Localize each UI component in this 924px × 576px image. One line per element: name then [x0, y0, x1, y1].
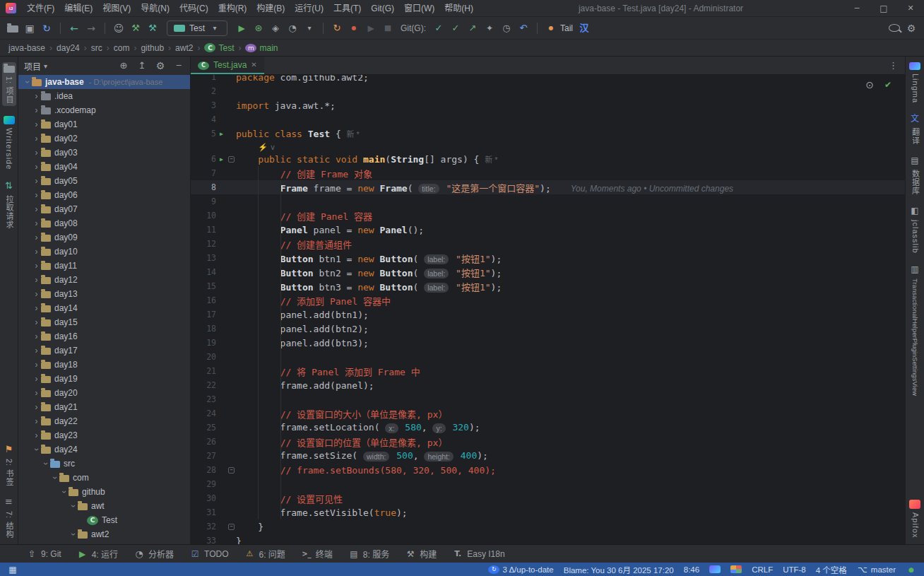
tree-item[interactable]: ›day19 [18, 372, 190, 386]
tree-item[interactable]: ›day05 [18, 174, 190, 188]
status-widget[interactable]: Blame: You 30 6月 2025 17:20 [564, 564, 674, 575]
tree-item[interactable]: ›day12 [18, 273, 190, 287]
menu-item[interactable]: 文件(F) [22, 0, 59, 17]
chevron-icon[interactable]: › [32, 303, 41, 313]
chevron-icon[interactable]: › [32, 247, 41, 257]
stop-icon[interactable]: ■ [382, 23, 393, 34]
menu-item[interactable]: 编辑(E) [59, 0, 97, 17]
update-project-icon[interactable]: ✓ [433, 23, 444, 34]
chevron-icon[interactable]: › [32, 233, 41, 242]
breadcrumb-item[interactable]: github [141, 43, 164, 53]
attach-icon[interactable]: ● [348, 23, 360, 34]
breadcrumb-item[interactable]: com [114, 43, 130, 53]
commit-icon[interactable]: ✓ [450, 23, 461, 34]
menu-item[interactable]: Git(G) [366, 0, 399, 17]
status-widget[interactable]: CRLF [752, 565, 773, 574]
chevron-icon[interactable]: › [32, 204, 41, 214]
status-widget[interactable] [709, 565, 721, 573]
back-icon[interactable]: ← [69, 23, 80, 34]
chevron-icon[interactable]: › [69, 502, 78, 511]
user-icon[interactable]: ☺ [113, 23, 124, 34]
tree-item[interactable]: ›day10 [18, 245, 190, 259]
menu-item[interactable]: 代码(C) [174, 0, 213, 17]
status-widget[interactable]: ● [906, 564, 917, 575]
hot-reload-icon[interactable]: ↻ [331, 23, 343, 34]
tree-item[interactable]: ›day01 [18, 117, 190, 131]
chevron-icon[interactable]: › [50, 474, 60, 483]
tree-item[interactable]: ›day23 [18, 428, 190, 442]
hide-icon[interactable]: ─ [173, 60, 184, 71]
menu-item[interactable]: 工具(T) [328, 0, 366, 17]
bottom-tool-button[interactable]: ⚒构建 [398, 545, 443, 563]
breadcrumb-item[interactable]: day24 [57, 43, 80, 53]
tree-item[interactable]: ›day17 [18, 343, 190, 358]
stripe-button-apifox-icon[interactable]: Apifox [909, 500, 920, 539]
chevron-icon[interactable]: › [32, 374, 41, 384]
tree-item[interactable]: ›java-base- D:\project\java-base [18, 75, 190, 89]
breadcrumb-item[interactable]: java-base [8, 43, 45, 53]
status-widget[interactable]: ↻3 Δ/up-to-date [488, 565, 553, 574]
chevron-icon[interactable]: › [32, 360, 41, 370]
tab-test-java[interactable]: C Test.java ✕ [191, 57, 264, 74]
locate-icon[interactable]: ⊕ [118, 60, 129, 71]
tree-item[interactable]: ›day24 [18, 442, 190, 457]
chevron-icon[interactable]: › [32, 148, 41, 158]
chevron-icon[interactable]: › [32, 331, 41, 341]
chevron-icon[interactable]: › [32, 190, 41, 200]
tree-item[interactable]: ›.xcodemap [18, 103, 190, 117]
chevron-icon[interactable]: › [32, 317, 41, 327]
bottom-tool-button[interactable]: T.Easy I18n [446, 545, 511, 563]
run-line-icon[interactable]: ▶ [216, 156, 227, 163]
stripe-button-pull-requests-icon[interactable]: ⇅拉取请求 [4, 180, 15, 229]
chevron-icon[interactable]: › [32, 261, 41, 271]
tree-item[interactable]: ›src [18, 457, 190, 471]
menu-item[interactable]: 运行(U) [290, 0, 328, 17]
tree-item[interactable]: ›day09 [18, 230, 190, 245]
chevron-icon[interactable]: › [69, 530, 78, 539]
status-widget[interactable] [730, 565, 742, 573]
bottom-tool-button[interactable]: ☑TODO [183, 545, 235, 563]
chevron-icon[interactable]: › [32, 91, 41, 101]
run-icon[interactable]: ▶ [236, 23, 247, 34]
chevron-icon[interactable]: › [32, 388, 41, 398]
status-widget[interactable]: 8:46 [684, 565, 699, 574]
bottom-tool-button[interactable]: ▶4: 运行 [71, 545, 124, 563]
chevron-down-icon[interactable]: ▾ [44, 62, 47, 70]
tree-item[interactable]: CTest [18, 513, 190, 527]
window-button-close-icon[interactable]: ✕ [897, 0, 924, 17]
stripe-button-translation-icon[interactable]: 文翻译 [909, 113, 920, 145]
forward-icon[interactable]: → [85, 23, 97, 34]
chevron-icon[interactable]: › [32, 289, 41, 299]
stash-icon[interactable]: ✦ [484, 23, 495, 34]
search-icon[interactable] [889, 24, 900, 32]
stripe-button-jclasslib-icon[interactable]: ◧jclasslib [909, 205, 920, 254]
breadcrumb-item[interactable]: CTest [204, 43, 234, 53]
tail-plugin-button[interactable]: ●Tail [545, 23, 573, 34]
tree-item[interactable]: ›awt [18, 499, 190, 513]
rebuild-icon[interactable]: ⚒ [147, 23, 158, 34]
chevron-icon[interactable]: › [32, 105, 41, 115]
debug-icon[interactable]: ⊛ [253, 23, 264, 34]
profiler-icon[interactable]: ◔ [287, 23, 298, 34]
bottom-tool-button[interactable]: >_终端 [295, 545, 339, 563]
chevron-down-icon[interactable]: ▾ [304, 23, 315, 34]
run-configuration-combo[interactable]: Test▾ [167, 20, 227, 36]
tree-item[interactable]: ›github [18, 485, 190, 499]
stripe-button-project-icon[interactable]: 1: 项目 [2, 62, 16, 106]
tree-item[interactable]: ›day14 [18, 301, 190, 315]
chevron-icon[interactable]: › [23, 78, 32, 87]
menu-item[interactable]: 窗口(W) [399, 0, 439, 17]
run-line-icon[interactable]: ▶ [216, 131, 227, 137]
save-icon[interactable]: ▣ [24, 23, 35, 34]
status-widget[interactable]: 4 个空格 [816, 564, 847, 575]
collapse-icon[interactable]: ↥ [136, 60, 148, 71]
fold-marker-icon[interactable]: − [228, 524, 235, 530]
status-widget[interactable]: UTF-8 [783, 565, 806, 574]
chevron-icon[interactable]: › [32, 346, 41, 355]
menu-item[interactable]: 构建(B) [251, 0, 290, 17]
tree-item[interactable]: ›day15 [18, 315, 190, 329]
tree-item[interactable]: ›day04 [18, 160, 190, 174]
editor-body[interactable]: 1package com.github.awt2;23import java.a… [191, 75, 905, 544]
window-button-minimize-icon[interactable]: ─ [843, 0, 870, 17]
stripe-button-writerside-icon[interactable]: Writerside [4, 116, 15, 170]
